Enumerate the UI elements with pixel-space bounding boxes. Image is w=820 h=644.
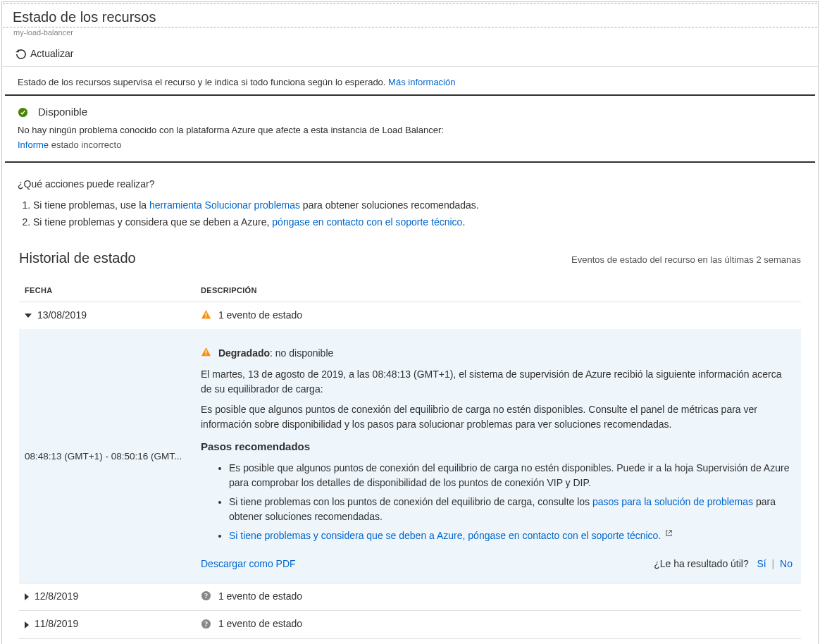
chevron-right-icon bbox=[25, 593, 29, 600]
history-subtitle: Eventos de estado del recurso en las últ… bbox=[571, 254, 801, 265]
svg-rect-1 bbox=[206, 313, 207, 316]
col-desc: Descripción bbox=[195, 279, 801, 302]
intro-text: Estado de los recursos supervisa el recu… bbox=[18, 77, 385, 87]
step-1: Es posible que algunos puntos de conexió… bbox=[229, 459, 793, 493]
external-link-icon bbox=[665, 530, 673, 538]
troubleshoot-tool-link[interactable]: herramienta Solucionar problemas bbox=[149, 199, 300, 211]
warning-icon bbox=[201, 309, 211, 322]
event-para1: El martes, 13 de agosto de 2019, a las 0… bbox=[201, 367, 793, 397]
question-icon: ? bbox=[201, 590, 211, 603]
useful-question: ¿Le ha resultado útil? bbox=[654, 558, 749, 569]
download-pdf-link[interactable]: Descargar como PDF bbox=[201, 557, 296, 571]
contact-support-link[interactable]: póngase en contacto con el soporte técni… bbox=[272, 216, 462, 228]
report-status-rest: estado incorrecto bbox=[49, 140, 121, 150]
warning-icon bbox=[201, 347, 211, 361]
useful-yes[interactable]: Sí bbox=[757, 558, 766, 569]
chevron-right-icon bbox=[25, 621, 29, 628]
history-row[interactable]: 10/8/2019 Disponible bbox=[19, 638, 801, 644]
status-label: Disponible bbox=[38, 106, 87, 118]
history-row[interactable]: 11/8/2019 ? 1 evento de estado bbox=[19, 611, 801, 638]
step-3: Si tiene problemas y considera que se de… bbox=[229, 526, 793, 545]
action-item-1: Si tiene problemas, use la herramienta S… bbox=[33, 197, 802, 213]
svg-rect-2 bbox=[206, 316, 207, 318]
actions-title: ¿Qué acciones puede realizar? bbox=[18, 178, 802, 190]
refresh-icon bbox=[15, 48, 26, 59]
more-info-link[interactable]: Más información bbox=[388, 77, 455, 87]
check-icon bbox=[18, 106, 28, 117]
question-icon: ? bbox=[201, 619, 211, 631]
action-item-2: Si tiene problemas y considera que se de… bbox=[33, 213, 802, 230]
refresh-label: Actualizar bbox=[30, 48, 73, 59]
history-row[interactable]: 13/08/2019 1 evento de estado bbox=[19, 302, 801, 329]
chevron-down-icon bbox=[25, 314, 32, 318]
recommended-steps-title: Pasos recomendados bbox=[201, 439, 793, 455]
svg-rect-4 bbox=[206, 354, 207, 355]
history-row-expanded: 08:48:13 (GMT+1) - 08:50:16 (GMT... Degr… bbox=[19, 329, 801, 583]
history-title: Historial de estado bbox=[19, 250, 136, 266]
svg-rect-3 bbox=[206, 349, 207, 353]
svg-text:?: ? bbox=[204, 593, 208, 600]
event-time-range: 08:48:13 (GMT+1) - 08:50:16 (GMT... bbox=[25, 451, 182, 462]
troubleshooting-steps-link[interactable]: pasos para la solución de problemas bbox=[592, 496, 753, 507]
history-table: Fecha Descripción 13/08/2019 1 evento bbox=[19, 279, 801, 644]
degraded-label: Degradado bbox=[218, 347, 270, 359]
contact-support-link-2[interactable]: Si tiene problemas y considera que se de… bbox=[229, 530, 661, 541]
report-status-link[interactable]: Informe bbox=[18, 140, 49, 150]
refresh-button[interactable]: Actualizar bbox=[15, 48, 73, 59]
col-date: Fecha bbox=[19, 279, 195, 302]
step-2: Si tiene problemas con los puntos de con… bbox=[229, 493, 793, 526]
event-para2: Es posible que algunos puntos de conexió… bbox=[201, 402, 793, 432]
history-row[interactable]: 12/8/2019 ? 1 evento de estado bbox=[19, 583, 801, 611]
useful-no[interactable]: No bbox=[780, 558, 793, 569]
status-detail-text: No hay ningún problema conocido con la p… bbox=[18, 125, 444, 135]
page-title: Estado de los recursos bbox=[13, 9, 156, 25]
resource-name: my-load-balancer bbox=[2, 28, 818, 41]
svg-text:?: ? bbox=[204, 620, 208, 628]
